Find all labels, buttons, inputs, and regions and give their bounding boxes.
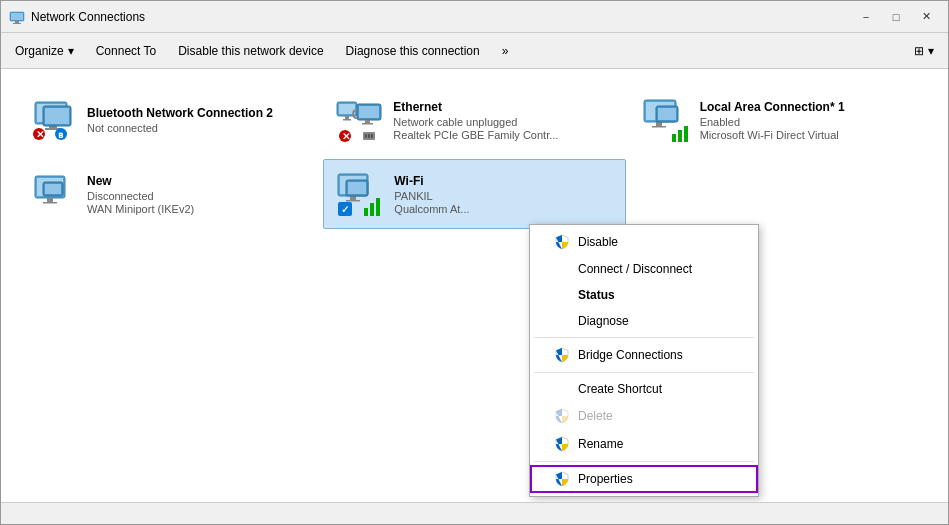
list-item[interactable]: New Disconnected WAN Miniport (IKEv2) xyxy=(17,159,319,229)
network-connections-window: Network Connections − □ ✕ Organize ▾ Con… xyxy=(0,0,949,525)
organize-label: Organize xyxy=(15,44,64,58)
bluetooth-network-icon: ✕ ʙ xyxy=(29,96,77,144)
svg-rect-35 xyxy=(678,130,682,142)
svg-rect-34 xyxy=(672,134,676,142)
context-menu-diagnose-label: Diagnose xyxy=(578,314,629,328)
ethernet-info: Ethernet Network cable unplugged Realtek… xyxy=(393,100,613,141)
list-item[interactable]: ✕ Ethernet Network cable unplugged Realt… xyxy=(323,85,625,155)
svg-rect-30 xyxy=(656,122,662,126)
local-area-icon xyxy=(642,96,690,144)
connect-to-button[interactable]: Connect To xyxy=(86,37,167,65)
svg-rect-25 xyxy=(365,134,367,138)
svg-rect-19 xyxy=(359,106,379,118)
svg-rect-31 xyxy=(652,126,666,128)
local-area-detail: Microsoft Wi-Fi Direct Virtual xyxy=(700,129,920,141)
svg-rect-48 xyxy=(348,182,366,194)
context-menu-connect-label: Connect / Disconnect xyxy=(578,262,692,276)
wan-name: New xyxy=(87,174,307,188)
window-icon xyxy=(9,9,25,25)
shield-icon-rename xyxy=(554,436,570,452)
disable-label: Disable this network device xyxy=(178,44,323,58)
context-menu-item-properties[interactable]: Properties xyxy=(530,465,758,493)
shield-icon-delete xyxy=(554,408,570,424)
diagnose-button[interactable]: Diagnose this connection xyxy=(336,37,490,65)
wan-info: New Disconnected WAN Miniport (IKEv2) xyxy=(87,174,307,215)
context-menu-item-status[interactable]: Status xyxy=(530,282,758,308)
context-menu-status-label: Status xyxy=(578,288,615,302)
context-menu-shortcut-label: Create Shortcut xyxy=(578,382,662,396)
shield-icon-properties xyxy=(554,471,570,487)
svg-rect-51 xyxy=(376,198,380,216)
svg-rect-17 xyxy=(343,119,351,121)
bluetooth-network-status: Not connected xyxy=(87,122,307,134)
toolbar: Organize ▾ Connect To Disable this netwo… xyxy=(1,33,948,69)
more-button[interactable]: » xyxy=(492,37,519,65)
svg-rect-16 xyxy=(345,116,349,119)
organize-button[interactable]: Organize ▾ xyxy=(5,37,84,65)
context-menu-separator-2 xyxy=(534,372,754,373)
svg-rect-50 xyxy=(370,203,374,216)
context-menu-delete-label: Delete xyxy=(578,409,613,423)
context-menu-item-disable[interactable]: Disable xyxy=(530,228,758,256)
wan-icon xyxy=(29,170,77,218)
svg-rect-36 xyxy=(684,126,688,142)
list-item[interactable]: ✓ Wi-Fi PANKIL Qualcomm At... xyxy=(323,159,625,229)
context-menu-item-rename[interactable]: Rename xyxy=(530,430,758,458)
svg-rect-27 xyxy=(371,134,373,138)
context-menu-properties-label: Properties xyxy=(578,472,633,486)
more-icon: » xyxy=(502,44,509,58)
toolbar-right: ⊞ ▾ xyxy=(904,37,944,65)
view-icon: ⊞ xyxy=(914,44,924,58)
svg-rect-49 xyxy=(364,208,368,216)
close-button[interactable]: ✕ xyxy=(912,7,940,27)
svg-rect-21 xyxy=(362,123,373,125)
svg-rect-33 xyxy=(658,108,676,120)
wan-detail: WAN Miniport (IKEv2) xyxy=(87,203,307,215)
svg-rect-40 xyxy=(43,202,57,204)
svg-rect-26 xyxy=(368,134,370,138)
maximize-button[interactable]: □ xyxy=(882,7,910,27)
view-chevron-icon: ▾ xyxy=(928,44,934,58)
shield-icon xyxy=(554,234,570,250)
list-item[interactable]: ✕ ʙ Bluetooth Network Connection 2 Not c… xyxy=(17,85,319,155)
organize-chevron-icon: ▾ xyxy=(68,44,74,58)
ethernet-name: Ethernet xyxy=(393,100,613,114)
context-menu-item-bridge[interactable]: Bridge Connections xyxy=(530,341,758,369)
disable-button[interactable]: Disable this network device xyxy=(168,37,333,65)
svg-rect-2 xyxy=(13,23,21,24)
svg-rect-20 xyxy=(365,120,370,123)
local-area-status: Enabled xyxy=(700,116,920,128)
wifi-detail: Qualcomm At... xyxy=(394,203,612,215)
context-menu-item-connect[interactable]: Connect / Disconnect xyxy=(530,256,758,282)
wifi-name: Wi-Fi xyxy=(394,174,612,188)
context-menu-item-diagnose[interactable]: Diagnose xyxy=(530,308,758,334)
title-bar: Network Connections − □ ✕ xyxy=(1,1,948,33)
window-title: Network Connections xyxy=(31,10,852,24)
svg-rect-39 xyxy=(47,198,53,202)
view-button[interactable]: ⊞ ▾ xyxy=(904,37,944,65)
svg-rect-42 xyxy=(45,184,61,194)
minimize-button[interactable]: − xyxy=(852,7,880,27)
wan-status: Disconnected xyxy=(87,190,307,202)
svg-rect-9 xyxy=(45,108,69,124)
window-controls: − □ ✕ xyxy=(852,7,940,27)
ethernet-detail: Realtek PCIe GBE Family Contr... xyxy=(393,129,613,141)
selected-check-icon: ✓ xyxy=(338,202,352,216)
list-item[interactable]: Local Area Connection* 1 Enabled Microso… xyxy=(630,85,932,155)
context-menu-item-delete: Delete xyxy=(530,402,758,430)
context-menu-item-shortcut[interactable]: Create Shortcut xyxy=(530,376,758,402)
context-menu-disable-label: Disable xyxy=(578,235,618,249)
wifi-info: Wi-Fi PANKIL Qualcomm At... xyxy=(394,174,612,215)
wifi-icon: ✓ xyxy=(336,170,384,218)
svg-rect-45 xyxy=(350,196,356,200)
shield-icon-bridge xyxy=(554,347,570,363)
connect-to-label: Connect To xyxy=(96,44,157,58)
svg-text:✕: ✕ xyxy=(342,131,350,142)
context-menu: Disable Connect / Disconnect Status Diag… xyxy=(529,224,759,497)
context-menu-rename-label: Rename xyxy=(578,437,623,451)
bluetooth-network-info: Bluetooth Network Connection 2 Not conne… xyxy=(87,106,307,134)
context-menu-separator-1 xyxy=(534,337,754,338)
svg-text:✕: ✕ xyxy=(36,129,44,140)
local-area-info: Local Area Connection* 1 Enabled Microso… xyxy=(700,100,920,141)
network-list: ✕ ʙ Bluetooth Network Connection 2 Not c… xyxy=(1,69,948,502)
